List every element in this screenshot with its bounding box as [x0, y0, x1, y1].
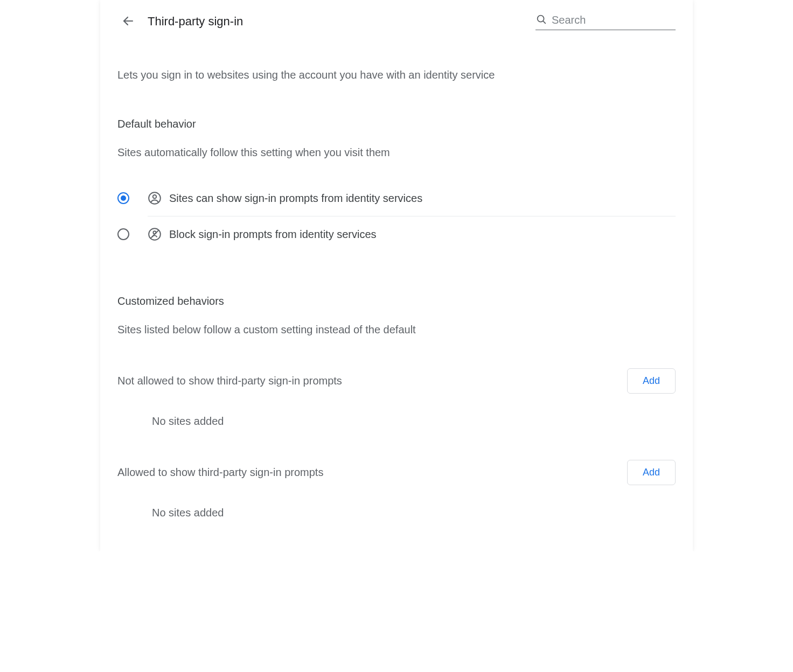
allowed-empty: No sites added — [152, 507, 676, 519]
search-icon — [535, 13, 552, 27]
allowed-label: Allowed to show third-party sign-in prom… — [117, 466, 323, 479]
svg-point-4 — [153, 195, 157, 199]
add-not-allowed-button[interactable]: Add — [627, 368, 676, 394]
radio-option-allow-label: Sites can show sign-in prompts from iden… — [169, 192, 422, 205]
radio-option-allow[interactable]: Sites can show sign-in prompts from iden… — [117, 180, 676, 216]
header: Third-party sign-in — [100, 0, 693, 32]
allowed-section: Allowed to show third-party sign-in prom… — [117, 460, 676, 485]
default-behavior-heading: Default behavior — [117, 118, 676, 130]
default-behavior-subtext: Sites automatically follow this setting … — [117, 146, 676, 159]
block-icon — [148, 227, 162, 241]
search-input[interactable] — [552, 14, 676, 26]
not-allowed-section: Not allowed to show third-party sign-in … — [117, 368, 676, 394]
radio-button-selected[interactable] — [117, 192, 129, 204]
add-allowed-button[interactable]: Add — [627, 460, 676, 485]
radio-option-block-label: Block sign-in prompts from identity serv… — [169, 228, 377, 241]
page-description: Lets you sign in to websites using the a… — [117, 69, 676, 81]
back-button[interactable] — [117, 11, 139, 32]
content: Lets you sign in to websites using the a… — [100, 69, 693, 519]
radio-option-block[interactable]: Block sign-in prompts from identity serv… — [117, 216, 676, 252]
settings-page: Third-party sign-in Lets you sign in to … — [100, 0, 693, 551]
person-circle-icon — [148, 191, 162, 205]
svg-line-2 — [543, 20, 545, 23]
not-allowed-label: Not allowed to show third-party sign-in … — [117, 375, 342, 387]
page-title: Third-party sign-in — [148, 15, 243, 29]
arrow-left-icon — [122, 15, 135, 29]
not-allowed-empty: No sites added — [152, 415, 676, 428]
radio-button-unselected[interactable] — [117, 228, 129, 240]
customized-behaviors-subtext: Sites listed below follow a custom setti… — [117, 324, 676, 336]
default-behavior-radio-group: Sites can show sign-in prompts from iden… — [117, 180, 676, 252]
search-field[interactable] — [535, 13, 676, 30]
customized-behaviors-heading: Customized behaviors — [117, 295, 676, 307]
